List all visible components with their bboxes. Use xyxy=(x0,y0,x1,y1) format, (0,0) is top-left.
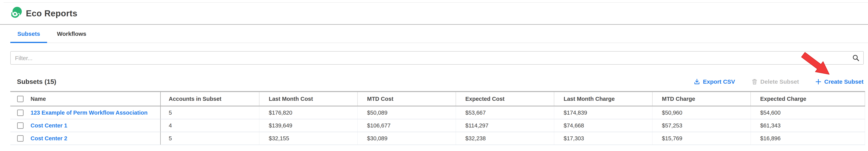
accounts-value: 4 xyxy=(161,119,259,132)
last-month-charge-value: $174,839 xyxy=(554,107,653,119)
tab-workflows[interactable]: Workflows xyxy=(47,25,96,43)
expected-charge-value: $54,600 xyxy=(751,107,865,119)
mtd-cost-value: $30,089 xyxy=(358,132,456,145)
last-month-cost-value: $32,155 xyxy=(259,132,358,145)
toolbar: Export CSV Delete Subset Create Subset xyxy=(693,77,864,87)
column-header-expected-charge: Expected Charge xyxy=(751,92,865,105)
table-row: Cost Center 1 4 $139,649 $106,677 $114,2… xyxy=(10,119,865,132)
column-header-mtd-charge: MTD Charge xyxy=(653,92,751,105)
row-checkbox[interactable] xyxy=(17,110,24,116)
delete-subset-label: Delete Subset xyxy=(761,79,799,85)
subset-name-link[interactable]: Cost Center 2 xyxy=(31,135,67,142)
last-month-cost-value: $176,820 xyxy=(259,107,358,119)
eco-logo-icon xyxy=(11,6,22,19)
filter-input[interactable] xyxy=(14,52,848,65)
column-header-last-month-charge: Last Month Charge xyxy=(554,92,653,105)
subsets-table: Name Accounts in Subset Last Month Cost … xyxy=(10,91,865,145)
expected-charge-value: $16,896 xyxy=(751,132,865,145)
subset-name-link[interactable]: 123 Example of Perm Workflow Association xyxy=(31,110,148,116)
app-header: Eco Reports xyxy=(0,3,868,25)
search-icon[interactable] xyxy=(852,54,860,62)
mtd-charge-value: $57,253 xyxy=(653,119,751,132)
mtd-charge-value: $50,960 xyxy=(653,107,751,119)
page-title: Eco Reports xyxy=(26,3,78,24)
column-header-expected-cost: Expected Cost xyxy=(456,92,554,105)
create-subset-button[interactable]: Create Subset xyxy=(815,79,864,85)
row-checkbox[interactable] xyxy=(17,135,24,142)
accounts-value: 5 xyxy=(161,132,259,145)
column-header-name: Name xyxy=(31,96,46,102)
table-header-row: Name Accounts in Subset Last Month Cost … xyxy=(10,91,865,107)
accounts-value: 5 xyxy=(161,107,259,119)
tab-subsets[interactable]: Subsets xyxy=(10,25,47,43)
row-checkbox[interactable] xyxy=(17,122,24,129)
column-header-accounts: Accounts in Subset xyxy=(161,92,259,105)
tab-bar-divider xyxy=(10,42,868,43)
mtd-cost-value: $106,677 xyxy=(358,119,456,132)
active-tab-indicator xyxy=(10,42,47,43)
filter-bar xyxy=(10,51,864,65)
subset-name-link[interactable]: Cost Center 1 xyxy=(31,122,67,129)
expected-cost-value: $114,297 xyxy=(456,119,554,132)
trash-icon xyxy=(751,79,758,85)
expected-cost-value: $53,667 xyxy=(456,107,554,119)
delete-subset-button[interactable]: Delete Subset xyxy=(751,79,799,85)
column-header-mtd-cost: MTD Cost xyxy=(358,92,456,105)
export-csv-label: Export CSV xyxy=(703,79,735,85)
plus-icon xyxy=(815,79,822,85)
last-month-cost-value: $139,649 xyxy=(259,119,358,132)
last-month-charge-value: $74,668 xyxy=(554,119,653,132)
create-subset-label: Create Subset xyxy=(824,79,864,85)
last-month-charge-value: $17,303 xyxy=(554,132,653,145)
mtd-cost-value: $50,089 xyxy=(358,107,456,119)
expected-charge-value: $61,343 xyxy=(751,119,865,132)
column-header-last-month-cost: Last Month Cost xyxy=(259,92,358,105)
subsets-count-heading: Subsets (15) xyxy=(17,78,56,85)
export-csv-button[interactable]: Export CSV xyxy=(693,79,735,85)
select-all-checkbox[interactable] xyxy=(17,96,24,102)
expected-cost-value: $32,238 xyxy=(456,132,554,145)
table-row: Cost Center 2 5 $32,155 $30,089 $32,238 … xyxy=(10,132,865,145)
download-icon xyxy=(693,79,700,85)
mtd-charge-value: $15,769 xyxy=(653,132,751,145)
tab-bar: Subsets Workflows xyxy=(0,25,868,43)
table-row: 123 Example of Perm Workflow Association… xyxy=(10,107,865,119)
